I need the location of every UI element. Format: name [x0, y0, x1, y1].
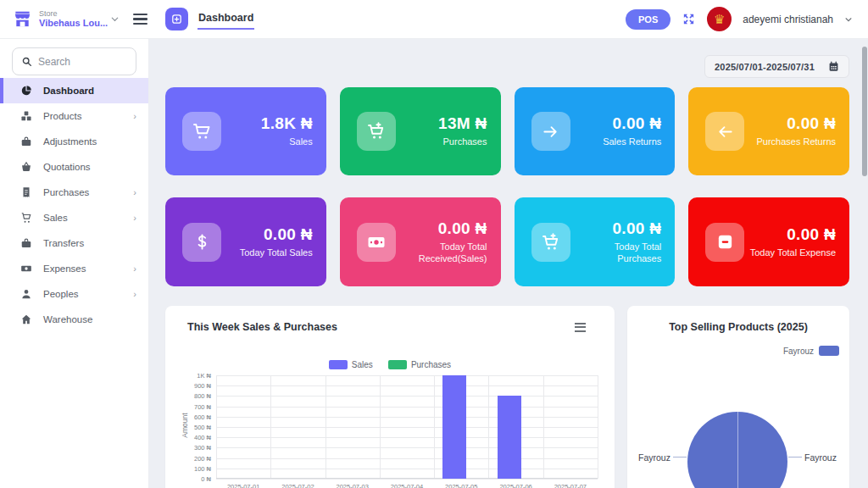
legend-purchases[interactable]: Purchases: [388, 360, 451, 369]
stat-label: Today Total Expense: [750, 247, 836, 258]
sidebar-item-sales[interactable]: Sales›: [0, 205, 148, 230]
x-tick: 2025-07-05: [434, 483, 488, 488]
header-actions: POS ♛ adeyemi christianah: [626, 7, 868, 31]
vertical-scrollbar[interactable]: [862, 47, 867, 176]
top-products-card: Top Selling Products (2025) Fayrouz Fayr…: [627, 306, 849, 488]
search-input[interactable]: [38, 56, 127, 68]
y-tick: 800 ₦: [175, 392, 211, 400]
storefront-icon: [13, 9, 32, 29]
y-tick: 600 ₦: [175, 413, 211, 420]
stat-card: 1.8K ₦Sales: [165, 87, 326, 175]
stat-card: 0.00 ₦Today Total Purchases: [515, 197, 676, 286]
chart-menu-icon[interactable]: [573, 321, 587, 334]
chevron-right-icon: ›: [133, 290, 136, 299]
store-name: Vibehaus Lou...: [39, 18, 100, 29]
stat-label: Purchases Returns: [756, 136, 836, 147]
sidebar-item-peoples[interactable]: Peoples›: [0, 281, 148, 307]
banknote-icon: [357, 223, 396, 262]
stat-value: 1.8K ₦: [261, 114, 313, 133]
tab-dashboard-label: Dashboard: [198, 9, 254, 30]
legend-swatch: [329, 360, 348, 369]
sidebar-item-label: Quotations: [43, 162, 91, 172]
legend-label: Purchases: [411, 360, 451, 369]
stat-value: 13M ₦: [438, 114, 487, 133]
arrow-left-icon: [705, 112, 744, 151]
sidebar-search[interactable]: [12, 47, 136, 75]
stat-card: 0.00 ₦Purchases Returns: [688, 87, 849, 175]
cart-plus-icon: [357, 112, 396, 151]
store-label: Store: [39, 9, 100, 18]
bar-sales-2025-07-05: [442, 375, 466, 479]
sidebar-item-purchases[interactable]: Purchases›: [0, 180, 148, 205]
cart-plus-icon: [531, 223, 570, 262]
stat-card: 13M ₦Purchases: [340, 87, 501, 175]
stat-label: Today Total Received(Sales): [396, 241, 487, 265]
pie-slice-label: Fayrouz: [804, 452, 837, 463]
pie-chart-icon: [20, 85, 32, 97]
stat-value: 0.00 ₦: [570, 219, 662, 238]
pie-legend-label: Fayrouz: [783, 347, 814, 356]
legend-label: Sales: [352, 360, 373, 369]
pie-legend-swatch: [819, 346, 839, 356]
chart-legend: SalesPurchases: [165, 360, 615, 369]
stat-cards-row-2: 0.00 ₦Today Total Sales0.00 ₦Today Total…: [165, 197, 849, 286]
sidebar-item-label: Products: [43, 111, 81, 121]
stat-card: 0.00 ₦Today Total Sales: [165, 197, 326, 286]
store-switcher[interactable]: Store Vibehaus Lou...: [0, 9, 149, 29]
stat-value: 0.00 ₦: [603, 114, 661, 133]
stat-label: Sales: [261, 136, 313, 147]
search-icon: [21, 56, 32, 67]
legend-swatch: [388, 360, 407, 369]
sidebar-item-products[interactable]: Products›: [0, 103, 148, 129]
cart-icon: [20, 212, 32, 224]
x-tick: 2025-07-01: [216, 483, 270, 488]
y-tick: 900 ₦: [175, 382, 211, 390]
tab-dashboard[interactable]: Dashboard: [165, 8, 254, 30]
sidebar-item-warehouse[interactable]: Warehouse: [0, 307, 148, 332]
sidebar-item-label: Warehouse: [43, 314, 92, 324]
sidebar-item-transfers[interactable]: Transfers: [0, 230, 148, 256]
stat-cards-row-1: 1.8K ₦Sales13M ₦Purchases0.00 ₦Sales Ret…: [165, 87, 849, 175]
pie-chart-title: Top Selling Products (2025): [627, 306, 849, 333]
sales-purchases-chart-card: This Week Sales & Purchases SalesPurchas…: [165, 306, 615, 488]
sidebar-toggle-icon[interactable]: [133, 14, 147, 25]
x-tick: 2025-07-03: [326, 483, 380, 488]
user-avatar[interactable]: ♛: [707, 7, 732, 31]
bar-sales-2025-07-06: [498, 396, 521, 479]
chevron-down-icon[interactable]: [110, 14, 120, 24]
stat-card: 0.00 ₦Sales Returns: [515, 87, 676, 175]
sidebar-item-dashboard[interactable]: Dashboard: [0, 78, 148, 103]
app-header: Store Vibehaus Lou... Dashboard POS ♛ ad…: [0, 0, 868, 39]
chevron-right-icon: ›: [133, 264, 136, 274]
user-menu[interactable]: adeyemi christianah: [743, 14, 833, 25]
sidebar-item-label: Transfers: [43, 238, 84, 248]
chevron-right-icon: ›: [133, 214, 136, 223]
date-range-picker[interactable]: 2025/07/01-2025/07/31: [704, 55, 849, 78]
pie-legend[interactable]: Fayrouz: [783, 346, 839, 356]
chevron-down-icon[interactable]: [844, 15, 853, 24]
pie-chart: [687, 412, 787, 488]
x-tick: 2025-07-06: [488, 483, 542, 488]
pos-button[interactable]: POS: [626, 9, 670, 30]
sidebar-item-label: Peoples: [43, 289, 79, 299]
y-tick: 300 ₦: [175, 444, 211, 452]
cart-icon: [182, 112, 221, 151]
sidebar-item-label: Sales: [43, 213, 68, 223]
stat-value: 0.00 ₦: [750, 225, 836, 244]
stat-value: 0.00 ₦: [756, 114, 836, 133]
stat-card: 0.00 ₦Today Total Received(Sales): [340, 197, 501, 286]
user-icon: [20, 288, 32, 300]
receipt-icon: [20, 186, 32, 198]
sidebar-item-expenses[interactable]: Expenses›: [0, 256, 148, 281]
user-box-icon: [20, 136, 32, 147]
stat-label: Sales Returns: [603, 136, 661, 147]
sidebar-item-label: Dashboard: [43, 86, 94, 96]
x-tick: 2025-07-02: [270, 483, 325, 488]
y-tick: 400 ₦: [175, 434, 211, 441]
sidebar-item-quotations[interactable]: Quotations: [0, 154, 148, 180]
sidebar-item-label: Adjustments: [43, 136, 97, 147]
home-icon: [20, 313, 32, 325]
sidebar-item-adjustments[interactable]: Adjustments: [0, 129, 148, 154]
legend-sales[interactable]: Sales: [329, 360, 373, 369]
fullscreen-icon[interactable]: [682, 12, 696, 26]
